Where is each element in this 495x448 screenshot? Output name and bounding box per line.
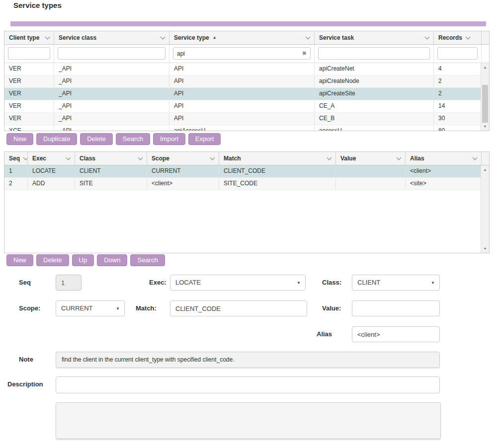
cell-class: CLIENT	[75, 165, 147, 177]
column-header-value[interactable]: Value	[336, 152, 406, 165]
table-row[interactable]: VER _API API CE_A 14	[4, 100, 481, 113]
column-label: Match	[224, 155, 241, 162]
dropdown-arrow-icon: ▼	[116, 307, 120, 311]
chevron-down-icon[interactable]	[397, 155, 402, 160]
alias-input[interactable]	[352, 326, 440, 342]
client-type-filter-input[interactable]	[8, 47, 50, 60]
vertical-scrollbar[interactable]: ▲ ▼	[481, 165, 489, 253]
cell-service-task: accessU	[315, 125, 434, 131]
column-label: Client type	[9, 34, 39, 41]
chevron-down-icon[interactable]	[45, 34, 50, 39]
table-row[interactable]: VER _API API apiCreateNode 2	[4, 75, 481, 88]
vertical-scrollbar[interactable]: ▲ ▼	[481, 63, 489, 131]
records-filter-input[interactable]	[437, 47, 478, 60]
description-input[interactable]	[56, 376, 440, 393]
service-table-body: VER _API API apiCreateNet 4 VER _API API…	[4, 63, 489, 131]
service-toolbar: New Duplicate Delete Search Import Expor…	[6, 133, 221, 145]
import-button[interactable]: Import	[153, 133, 185, 145]
table-row[interactable]: XCE _API apiAccessU accessU 80	[4, 125, 481, 131]
cell-service-class: _API	[54, 75, 169, 87]
column-label: Exec	[32, 155, 46, 162]
chevron-down-icon[interactable]	[161, 34, 165, 39]
column-label: Service type	[174, 34, 209, 41]
column-header-service-class[interactable]: Service class	[54, 31, 169, 44]
exec-select[interactable]: LOCATE ▼	[170, 275, 306, 291]
column-label: Service class	[59, 34, 96, 41]
column-header-client-type[interactable]: Client type	[4, 31, 54, 44]
chevron-down-icon[interactable]	[466, 34, 471, 39]
cell-client-type: VER	[4, 75, 54, 87]
service-table-header: Client type Service class Service type ▲…	[4, 31, 489, 45]
cell-service-class: _API	[54, 113, 169, 125]
column-header-records[interactable]: Records	[434, 31, 482, 44]
cell-service-type: API	[169, 88, 315, 100]
chevron-down-icon[interactable]	[473, 155, 478, 160]
chevron-down-icon[interactable]	[425, 34, 430, 39]
filter-cell	[54, 45, 169, 63]
column-header-service-task[interactable]: Service task	[315, 31, 434, 44]
scrollbar-thumb[interactable]	[482, 85, 488, 123]
column-header-seq[interactable]: Seq	[4, 152, 28, 165]
table-row[interactable]: VER _API API apiCreateNet 4	[4, 63, 481, 75]
scope-select[interactable]: CURRENT ▼	[56, 300, 125, 316]
clear-filter-icon[interactable]: ✖	[302, 50, 307, 57]
class-label: Class:	[322, 279, 341, 286]
down-button[interactable]: Down	[97, 254, 127, 266]
up-button[interactable]: Up	[72, 254, 94, 266]
delete-button[interactable]: Delete	[36, 254, 69, 266]
rows-container: VER _API API apiCreateNet 4 VER _API API…	[4, 63, 481, 131]
table-row-selected[interactable]: 1 LOCATE CLIENT CURRENT CLIENT_CODE <cli…	[4, 165, 481, 178]
chevron-down-icon[interactable]	[23, 155, 28, 160]
search-button[interactable]: Search	[130, 254, 165, 266]
column-header-service-type[interactable]: Service type ▲	[169, 31, 315, 44]
cell-value	[336, 178, 406, 190]
notes-textarea	[56, 402, 441, 439]
service-task-filter-input[interactable]	[318, 47, 430, 60]
cell-service-class: _API	[54, 100, 169, 112]
cell-service-class: _API	[54, 125, 169, 131]
scroll-up-icon[interactable]: ▲	[481, 166, 489, 173]
new-button[interactable]: New	[6, 254, 33, 266]
table-row[interactable]: VER _API API CE_B 30	[4, 113, 481, 125]
scroll-down-icon[interactable]: ▼	[481, 123, 489, 130]
page-title: Service types	[13, 1, 62, 9]
search-button[interactable]: Search	[116, 133, 150, 145]
cell-service-class: _API	[54, 63, 169, 75]
service-type-filter-input[interactable]	[173, 47, 311, 60]
value-input[interactable]	[352, 300, 440, 316]
cell-records: 80	[434, 125, 481, 131]
column-header-exec[interactable]: Exec	[28, 152, 75, 165]
chevron-down-icon[interactable]	[138, 155, 143, 160]
description-label: Description	[7, 380, 43, 388]
chevron-down-icon[interactable]	[66, 155, 71, 160]
new-button[interactable]: New	[6, 133, 33, 145]
column-header-alias[interactable]: Alias	[406, 152, 482, 165]
table-row-selected[interactable]: VER _API API apiCreateSite 2	[4, 88, 481, 100]
export-button[interactable]: Export	[188, 133, 221, 145]
scroll-down-icon[interactable]: ▼	[481, 245, 489, 252]
column-label: Records	[438, 34, 462, 41]
column-header-scope[interactable]: Scope	[147, 152, 219, 165]
match-input[interactable]	[170, 300, 307, 316]
class-select[interactable]: CLIENT ▼	[352, 275, 440, 291]
seq-field	[56, 275, 82, 291]
delete-button[interactable]: Delete	[80, 133, 113, 145]
rows-container: 1 LOCATE CLIENT CURRENT CLIENT_CODE <cli…	[4, 165, 481, 190]
scroll-up-icon[interactable]: ▲	[481, 64, 489, 71]
cell-service-type: API	[169, 63, 315, 75]
column-header-match[interactable]: Match	[219, 152, 336, 165]
cell-client-type: VER	[4, 113, 54, 125]
column-label: Class	[80, 155, 95, 162]
table-row[interactable]: 2 ADD SITE <client> SITE_CODE <site>	[4, 178, 481, 190]
duplicate-button[interactable]: Duplicate	[36, 133, 77, 145]
filter-cell	[4, 45, 54, 63]
cell-service-task: CE_A	[315, 100, 434, 112]
column-header-class[interactable]: Class	[75, 152, 147, 165]
cell-service-task: apiCreateNet	[315, 63, 434, 75]
service-class-filter-input[interactable]	[58, 47, 165, 60]
column-label: Scope	[152, 155, 169, 162]
column-label: Alias	[410, 155, 424, 162]
chevron-down-icon[interactable]	[306, 34, 311, 39]
chevron-down-icon[interactable]	[327, 155, 332, 160]
chevron-down-icon[interactable]	[210, 155, 215, 160]
